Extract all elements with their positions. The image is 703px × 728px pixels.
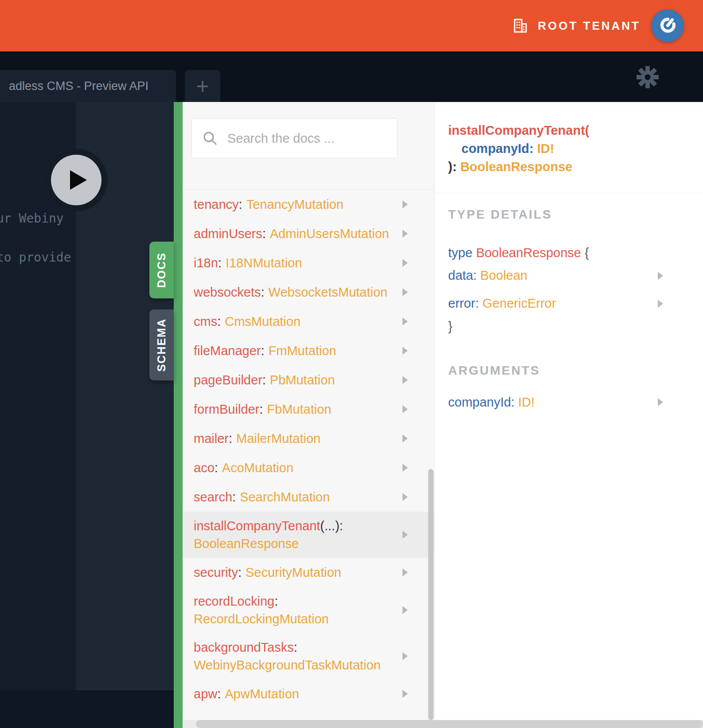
tab-docs[interactable]: DOCS bbox=[149, 242, 174, 298]
docs-item-i18n[interactable]: i18n:I18NMutation bbox=[183, 248, 434, 278]
type-field-error[interactable]: error: GenericError bbox=[435, 290, 690, 317]
docs-item-backgroundTasks[interactable]: backgroundTasks:WebinyBackgroundTaskMuta… bbox=[183, 633, 434, 679]
docs-item-aco[interactable]: aco:AcoMutation bbox=[183, 453, 434, 482]
docs-item-pageBuilder[interactable]: pageBuilder:PbMutation bbox=[183, 365, 434, 395]
tab-docs-label: DOCS bbox=[155, 252, 168, 288]
field-type: AdminUsersMutation bbox=[270, 227, 389, 241]
editor-comment-line: to provide bbox=[0, 250, 71, 265]
open-brace: { bbox=[585, 246, 589, 260]
field-type: WebsocketsMutation bbox=[269, 285, 388, 299]
field-name: adminUsers bbox=[194, 227, 262, 241]
type-field-data[interactable]: data: Boolean bbox=[435, 262, 690, 290]
field-name: formBuilder bbox=[194, 402, 259, 416]
expand-arrow-icon bbox=[402, 493, 408, 501]
type-field-name: error: bbox=[448, 296, 479, 310]
field-type: FmMutation bbox=[269, 344, 336, 358]
docs-item-security[interactable]: security:SecurityMutation bbox=[183, 558, 434, 587]
docs-explorer-panel: tenancy:TenancyMutation adminUsers:Admin… bbox=[183, 102, 434, 728]
session-tab[interactable]: adless CMS - Preview API bbox=[0, 70, 176, 102]
field-punctuation: (...): bbox=[320, 519, 343, 533]
play-icon bbox=[51, 155, 102, 205]
docs-item-tenancy[interactable]: tenancy:TenancyMutation bbox=[183, 190, 434, 219]
tab-schema[interactable]: SCHEMA bbox=[149, 309, 174, 380]
type-definition: type BooleanResponse { data: Boolean err… bbox=[448, 244, 690, 335]
user-avatar[interactable] bbox=[651, 9, 684, 42]
field-punctuation: : bbox=[239, 197, 242, 211]
field-name: recordLocking bbox=[194, 594, 274, 608]
tab-schema-label: SCHEMA bbox=[155, 318, 168, 372]
docs-search-input[interactable] bbox=[227, 131, 394, 146]
field-name: installCompanyTenant bbox=[194, 519, 320, 533]
field-name: cms bbox=[194, 314, 217, 329]
docs-vertical-scrollbar[interactable] bbox=[428, 469, 434, 720]
expand-arrow-icon bbox=[402, 690, 408, 698]
field-type: WebinyBackgroundTaskMutation bbox=[194, 656, 402, 674]
field-type: FbMutation bbox=[267, 402, 331, 416]
expand-arrow-icon bbox=[402, 434, 408, 442]
section-divider bbox=[435, 193, 703, 193]
type-name[interactable]: BooleanResponse bbox=[476, 246, 581, 260]
docs-item-recordLocking[interactable]: recordLocking:RecordLockingMutation bbox=[183, 587, 434, 633]
signature-field-name: installCompanyTenant( bbox=[448, 123, 590, 137]
docs-item-formBuilder[interactable]: formBuilder:FbMutation bbox=[183, 395, 434, 424]
docs-item-websockets[interactable]: websockets:WebsocketsMutation bbox=[183, 278, 434, 307]
execute-query-button[interactable] bbox=[45, 149, 108, 211]
search-icon bbox=[203, 131, 218, 146]
field-type: CmsMutation bbox=[225, 314, 301, 329]
signature-return-type[interactable]: BooleanResponse bbox=[460, 160, 572, 174]
power-logo-icon bbox=[657, 16, 678, 36]
expand-arrow-icon bbox=[402, 288, 408, 296]
field-name: aco bbox=[194, 461, 215, 475]
expand-arrow-icon bbox=[402, 376, 408, 384]
horizontal-scrollbar-track[interactable] bbox=[183, 720, 703, 728]
field-type: AcoMutation bbox=[222, 461, 293, 475]
type-field-name: data: bbox=[448, 268, 477, 282]
expand-arrow-icon bbox=[402, 259, 408, 267]
expand-arrow-icon bbox=[402, 317, 408, 325]
session-tab-title: adless CMS - Preview API bbox=[9, 79, 148, 93]
argument-companyId[interactable]: companyId: ID! bbox=[435, 387, 703, 418]
docs-item-search[interactable]: search:SearchMutation bbox=[183, 482, 434, 512]
argument-name: companyId: bbox=[448, 395, 515, 409]
field-type: RecordLockingMutation bbox=[194, 610, 402, 628]
argument-type: ID! bbox=[518, 395, 535, 409]
type-keyword: type bbox=[448, 246, 473, 260]
type-field-type: GenericError bbox=[482, 296, 556, 310]
docs-item-cms[interactable]: cms:CmsMutation bbox=[183, 307, 434, 336]
docs-accent-strip bbox=[174, 102, 183, 728]
docs-item-apw[interactable]: apw:ApwMutation bbox=[183, 679, 434, 708]
expand-arrow-icon bbox=[402, 568, 408, 576]
docs-item-fileManager[interactable]: fileManager:FmMutation bbox=[183, 336, 434, 365]
field-punctuation: : bbox=[274, 594, 278, 608]
field-punctuation: : bbox=[232, 490, 236, 504]
docs-item-adminUsers[interactable]: adminUsers:AdminUsersMutation bbox=[183, 219, 434, 248]
field-type: SecurityMutation bbox=[246, 565, 341, 579]
horizontal-scrollbar-thumb[interactable] bbox=[196, 720, 703, 728]
field-type: TenancyMutation bbox=[246, 197, 344, 211]
field-type: MailerMutation bbox=[236, 431, 320, 446]
field-name: fileManager bbox=[194, 344, 261, 358]
expand-arrow-icon bbox=[402, 230, 408, 238]
expand-arrow-icon bbox=[658, 300, 663, 308]
docs-item-installCompanyTenant[interactable]: installCompanyTenant(...):BooleanRespons… bbox=[183, 512, 434, 558]
docs-item-mailer[interactable]: mailer:MailerMutation bbox=[183, 424, 434, 453]
field-punctuation: : bbox=[259, 402, 263, 416]
tenant-selector[interactable]: ROOT TENANT bbox=[512, 18, 641, 34]
signature-arg-type[interactable]: ID! bbox=[537, 141, 555, 156]
close-brace: } bbox=[448, 319, 453, 333]
app-header: ROOT TENANT bbox=[0, 0, 703, 51]
new-tab-button[interactable]: + bbox=[185, 70, 220, 102]
gear-icon bbox=[636, 65, 660, 89]
type-details-heading: TYPE DETAILS bbox=[448, 207, 690, 222]
field-type: BooleanResponse bbox=[194, 535, 402, 552]
field-name: tenancy bbox=[194, 197, 239, 211]
field-name: security bbox=[194, 565, 238, 579]
session-tabbar: adless CMS - Preview API + bbox=[0, 51, 703, 102]
settings-button[interactable] bbox=[635, 65, 660, 90]
variables-pane bbox=[0, 690, 174, 728]
expand-arrow-icon bbox=[658, 398, 663, 406]
docs-search-box[interactable] bbox=[191, 118, 398, 158]
arguments-list: companyId: ID! bbox=[435, 387, 703, 418]
plus-icon: + bbox=[196, 75, 209, 97]
field-punctuation: : bbox=[215, 461, 218, 475]
